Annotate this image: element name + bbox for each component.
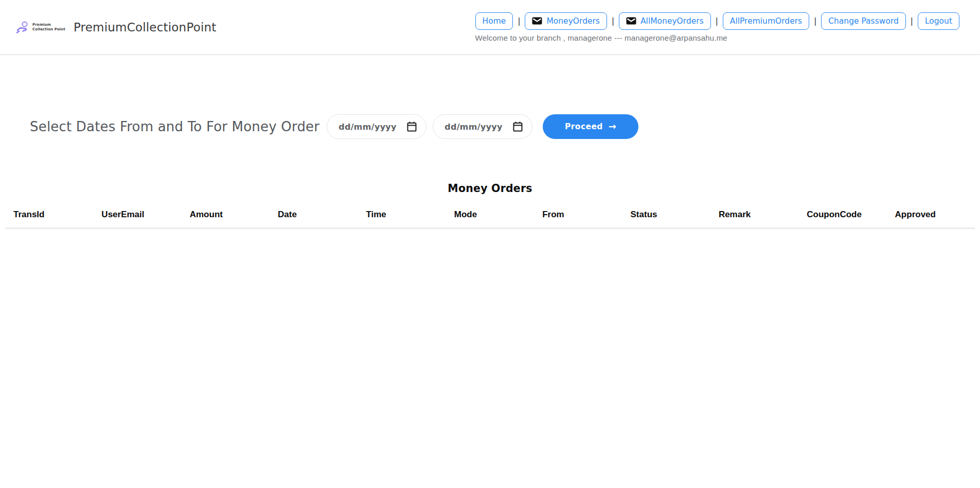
filter-heading: Select Dates From and To For Money Order [30,119,319,134]
date-to-input[interactable]: dd/mm/yyyy [433,114,532,139]
column-header-approved: Approved [887,204,975,229]
logo-caption-line1: Premium [32,23,65,27]
nav-button-label: Change Password [828,16,899,26]
column-header-transid: TransId [5,204,93,229]
header-right: Home|MoneyOrders|AllMoneyOrders|AllPremi… [475,12,959,42]
proceed-label: Proceed [565,122,603,131]
brand-link[interactable]: Premium Collection Point PremiumCollecti… [15,20,217,35]
nav-button-allpremiumorders[interactable]: AllPremiumOrders [723,12,809,30]
app-header: Premium Collection Point PremiumCollecti… [0,0,980,55]
date-from-placeholder: dd/mm/yyyy [338,122,397,132]
nav-separator: | [612,16,614,26]
app-title: PremiumCollectionPoint [74,21,217,34]
column-header-status: Status [622,204,710,229]
column-header-amount: Amount [182,204,270,229]
date-from-input[interactable]: dd/mm/yyyy [327,114,426,139]
brand-logo-caption: Premium Collection Point [32,23,65,32]
nav-button-label: AllMoneyOrders [640,16,704,26]
nav-button-allmoneyorders[interactable]: AllMoneyOrders [619,12,711,30]
nav-separator: | [716,16,718,26]
table-title: Money Orders [0,182,980,195]
column-header-from: From [534,204,622,229]
logo-caption-line2: Collection Point [32,27,65,32]
brand-logo: Premium Collection Point [15,20,65,35]
proceed-button[interactable]: Proceed → [543,114,638,139]
money-orders-table: TransIdUserEmailAmountDateTimeModeFromSt… [5,204,975,229]
nav-button-home[interactable]: Home [475,12,513,30]
column-header-time: Time [358,204,446,229]
nav-button-change-password[interactable]: Change Password [821,12,906,30]
calendar-icon[interactable] [513,121,523,132]
envelope-icon [532,17,542,25]
main-content: Select Dates From and To For Money Order… [0,114,980,229]
nav-separator: | [518,16,520,26]
date-to-placeholder: dd/mm/yyyy [444,122,503,132]
arrow-right-icon: → [609,122,616,131]
column-header-date: Date [270,204,358,229]
calendar-icon[interactable] [407,121,417,132]
nav-button-label: MoneyOrders [546,16,600,26]
column-header-couponcode: CouponCode [798,204,886,229]
main-nav: Home|MoneyOrders|AllMoneyOrders|AllPremi… [475,12,959,30]
nav-separator: | [911,16,913,26]
hand-coin-logo-icon [15,20,31,35]
welcome-text: Welcome to your branch , managerone --- … [475,33,727,42]
nav-button-logout[interactable]: Logout [918,12,959,30]
date-filter-section: Select Dates From and To For Money Order… [30,114,980,139]
nav-button-moneyorders[interactable]: MoneyOrders [525,12,607,30]
nav-button-label: Home [483,16,506,26]
table-header-row: TransIdUserEmailAmountDateTimeModeFromSt… [5,204,975,229]
column-header-remark: Remark [710,204,798,229]
nav-separator: | [814,16,816,26]
envelope-icon [626,17,636,25]
nav-button-label: Logout [925,16,952,26]
nav-button-label: AllPremiumOrders [730,16,802,26]
column-header-useremail: UserEmail [93,204,181,229]
column-header-mode: Mode [446,204,534,229]
